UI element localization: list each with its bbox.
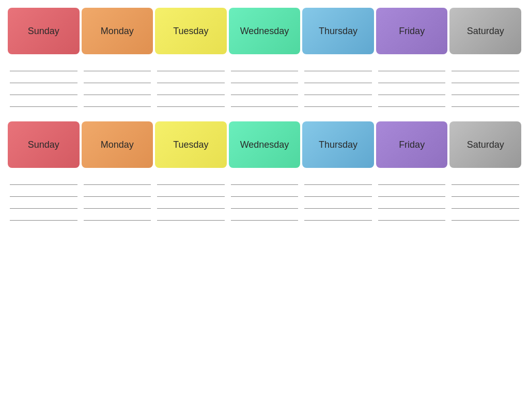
day-header-monday: Monday xyxy=(82,121,153,168)
day-header-monday: Monday xyxy=(82,8,153,54)
line-cell xyxy=(452,220,519,221)
day-header-sunday: Sunday xyxy=(8,8,80,54)
day-header-friday: Friday xyxy=(376,8,448,54)
line-cell xyxy=(231,106,299,107)
day-header-sunday: Sunday xyxy=(8,121,80,168)
day-header-friday: Friday xyxy=(376,121,448,168)
day-header-tuesday: Tuesday xyxy=(155,8,227,54)
day-headers-1: SundayMondayTuesdayWednesdayThursdayFrid… xyxy=(8,8,521,54)
week-section-2: SundayMondayTuesdayWednesdayThursdayFrid… xyxy=(8,121,521,221)
line-cell xyxy=(10,220,77,221)
line-cell xyxy=(84,106,151,107)
lines-block-1 xyxy=(8,59,521,107)
day-header-thursday: Thursday xyxy=(302,8,374,54)
line-row-2-1 xyxy=(8,173,521,185)
day-headers-2: SundayMondayTuesdayWednesdayThursdayFrid… xyxy=(8,121,521,168)
calendar-container: SundayMondayTuesdayWednesdayThursdayFrid… xyxy=(8,8,521,221)
day-header-tuesday: Tuesday xyxy=(155,121,227,168)
lines-block-2 xyxy=(8,173,521,221)
day-header-saturday: Saturday xyxy=(449,121,521,168)
line-cell xyxy=(304,106,372,107)
line-cell xyxy=(84,220,151,221)
line-cell xyxy=(157,220,225,221)
day-header-saturday: Saturday xyxy=(449,8,521,54)
line-row-2-2 xyxy=(8,185,521,197)
line-cell xyxy=(10,106,77,107)
line-cell xyxy=(304,220,372,221)
line-cell xyxy=(452,106,519,107)
line-row-1-2 xyxy=(8,71,521,83)
line-row-1-4 xyxy=(8,95,521,107)
line-row-2-4 xyxy=(8,209,521,221)
day-header-wednesday: Wednesday xyxy=(229,8,301,54)
line-cell xyxy=(231,220,299,221)
line-cell xyxy=(157,106,225,107)
week-section-1: SundayMondayTuesdayWednesdayThursdayFrid… xyxy=(8,8,521,116)
day-header-wednesday: Wednesday xyxy=(229,121,301,168)
line-cell xyxy=(378,106,446,107)
line-row-1-3 xyxy=(8,83,521,95)
line-row-2-3 xyxy=(8,197,521,209)
line-cell xyxy=(378,220,446,221)
day-header-thursday: Thursday xyxy=(302,121,374,168)
line-row-1-1 xyxy=(8,59,521,71)
section-spacer xyxy=(8,107,521,116)
